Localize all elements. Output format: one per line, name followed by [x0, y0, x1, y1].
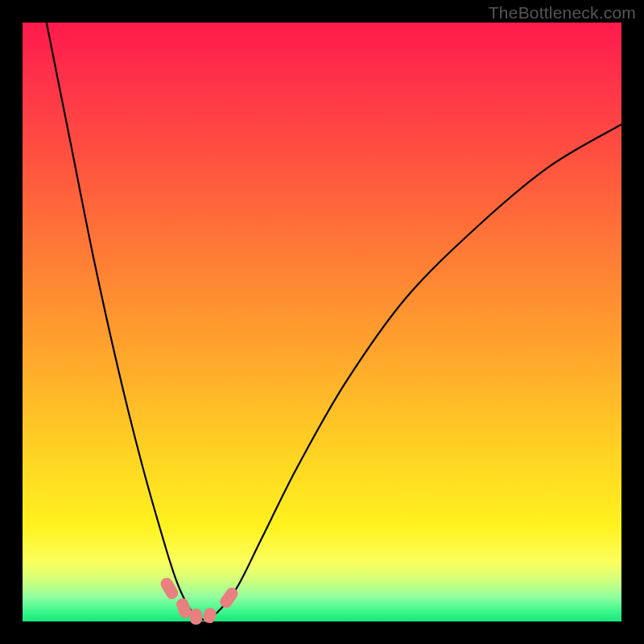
- plot-area: [23, 23, 621, 621]
- curve-svg: [23, 23, 621, 621]
- bottleneck-curve-path: [47, 23, 621, 620]
- curve-marker: [190, 609, 202, 624]
- chart-frame: TheBottleneck.com: [0, 0, 644, 644]
- attribution-text: TheBottleneck.com: [489, 3, 636, 23]
